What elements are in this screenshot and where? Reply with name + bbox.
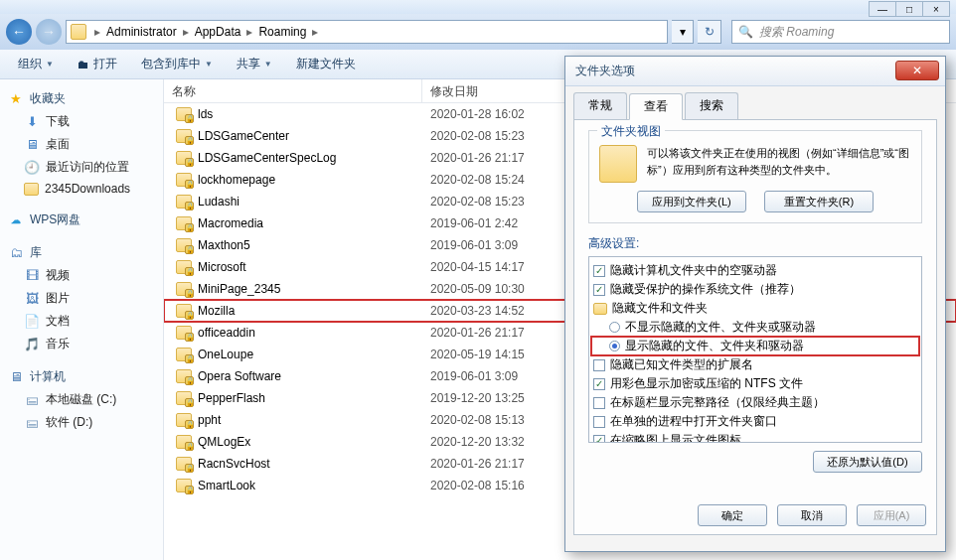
file-date: 2020-05-09 10:30 (422, 282, 581, 296)
drive-icon: 🖴 (24, 415, 40, 431)
tree-node-label: 在缩略图上显示文件图标 (610, 432, 741, 443)
file-date: 2019-06-01 3:09 (422, 238, 581, 252)
folder-icon: 🔒 (176, 457, 192, 471)
dialog-close-button[interactable]: ✕ (895, 61, 939, 80)
restore-defaults-button[interactable]: 还原为默认值(D) (813, 451, 922, 473)
win-close-button[interactable]: × (922, 1, 950, 17)
col-name-header[interactable]: 名称 (164, 79, 422, 102)
tree-node[interactable]: ✓用彩色显示加密或压缩的 NTFS 文件 (591, 374, 919, 393)
cancel-button[interactable]: 取消 (777, 504, 847, 526)
breadcrumb-sep: ▸ (92, 25, 102, 39)
sidebar-libraries[interactable]: 🗂库 (4, 241, 159, 264)
sidebar-item-videos[interactable]: 🎞视频 (4, 264, 159, 287)
breadcrumb-item[interactable]: AppData (191, 25, 245, 39)
file-name: lds (198, 107, 213, 121)
new-folder-button[interactable]: 新建文件夹 (286, 53, 366, 75)
tree-node-label: 在单独的进程中打开文件夹窗口 (610, 413, 777, 430)
sidebar-item-music[interactable]: 🎵音乐 (4, 333, 159, 355)
folder-icon: 🔒 (176, 129, 192, 143)
drive-icon: 🖴 (24, 392, 40, 408)
sidebar-computer[interactable]: 🖥计算机 (4, 365, 159, 388)
picture-icon: 🖼 (24, 291, 40, 307)
advanced-label: 高级设置: (588, 235, 922, 252)
breadcrumb-item[interactable]: Administrator (102, 25, 181, 39)
tab-view[interactable]: 查看 (629, 93, 683, 120)
search-input[interactable]: 🔍 搜索 Roaming (731, 20, 950, 44)
checkbox-icon: ✓ (593, 284, 605, 296)
tree-node[interactable]: 不显示隐藏的文件、文件夹或驱动器 (591, 318, 919, 337)
nav-forward-button[interactable]: → (36, 19, 62, 45)
checkbox-icon: ✓ (593, 378, 605, 390)
include-menu[interactable]: 包含到库中▼ (131, 53, 223, 75)
tree-node[interactable]: 在单独的进程中打开文件夹窗口 (591, 412, 919, 431)
file-date: 2020-01-28 16:02 (422, 107, 581, 121)
folder-view-desc: 可以将该文件夹正在使用的视图（例如“详细信息”或“图标”）应用到所有这种类型的文… (647, 145, 911, 178)
breadcrumb-sep: ▸ (181, 25, 191, 39)
nav-bar: ← → ▸ Administrator ▸ AppData ▸ Roaming … (0, 14, 956, 50)
open-button[interactable]: 🖿打开 (68, 53, 127, 75)
file-date: 2020-04-15 14:17 (422, 260, 581, 274)
file-date: 2020-05-19 14:15 (422, 348, 581, 361)
star-icon: ★ (8, 91, 24, 107)
win-max-button[interactable]: □ (895, 1, 923, 17)
sidebar-wps[interactable]: ☁WPS网盘 (4, 209, 159, 231)
file-name: officeaddin (198, 326, 255, 340)
folder-icon: 🔒 (176, 173, 192, 187)
tree-node[interactable]: 显示隐藏的文件、文件夹和驱动器 (591, 337, 919, 355)
sidebar-item-recent[interactable]: 🕘最近访问的位置 (4, 156, 159, 179)
tree-node[interactable]: ✓隐藏受保护的操作系统文件（推荐） (591, 280, 919, 299)
checkbox-icon (593, 416, 605, 428)
apply-button[interactable]: 应用(A) (857, 504, 926, 526)
share-menu[interactable]: 共享▼ (227, 53, 282, 75)
folder-view-group: 文件夹视图 可以将该文件夹正在使用的视图（例如“详细信息”或“图标”）应用到所有… (588, 130, 922, 223)
tab-search[interactable]: 搜索 (685, 92, 738, 119)
col-date-header[interactable]: 修改日期 (422, 79, 581, 102)
sidebar-item-documents[interactable]: 📄文档 (4, 310, 159, 333)
checkbox-icon (593, 397, 605, 409)
organize-menu[interactable]: 组织▼ (8, 53, 64, 75)
recent-icon: 🕘 (24, 160, 40, 176)
address-dropdown-button[interactable]: ▾ (672, 20, 694, 44)
sidebar-favorites[interactable]: ★收藏夹 (4, 87, 159, 110)
folder-icon (593, 303, 607, 315)
breadcrumb-item[interactable]: Roaming (254, 25, 310, 39)
sidebar-item-2345dl[interactable]: 2345Downloads (4, 179, 159, 199)
folder-icon (71, 24, 86, 40)
tree-node[interactable]: 隐藏已知文件类型的扩展名 (591, 355, 919, 374)
document-icon: 📄 (24, 314, 40, 330)
file-name: OneLoupe (198, 348, 253, 361)
sidebar-item-pictures[interactable]: 🖼图片 (4, 287, 159, 310)
breadcrumb-sep: ▸ (244, 25, 254, 39)
sidebar-item-drive-d[interactable]: 🖴软件 (D:) (4, 411, 159, 434)
sidebar-item-downloads[interactable]: ⬇下载 (4, 110, 159, 133)
sidebar-item-drive-c[interactable]: 🖴本地磁盘 (C:) (4, 388, 159, 411)
reset-folders-button[interactable]: 重置文件夹(R) (764, 191, 874, 212)
dialog-tabs: 常规 查看 搜索 (573, 92, 937, 120)
refresh-button[interactable]: ↻ (698, 20, 721, 44)
tree-node[interactable]: ✓在缩略图上显示文件图标 (591, 431, 919, 443)
address-bar[interactable]: ▸ Administrator ▸ AppData ▸ Roaming ▸ (66, 20, 668, 44)
win-min-button[interactable]: — (869, 1, 896, 17)
file-name: PepperFlash (198, 391, 265, 405)
tree-node[interactable]: 隐藏文件和文件夹 (591, 299, 919, 318)
tree-node[interactable]: ✓隐藏计算机文件夹中的空驱动器 (591, 261, 919, 280)
folder-icon: 🔒 (176, 435, 192, 449)
folder-icon: 🔒 (176, 238, 192, 252)
folder-icon: 🔒 (176, 391, 192, 405)
tree-node-label: 隐藏已知文件类型的扩展名 (610, 356, 753, 373)
folder-icon: 🔒 (176, 260, 192, 274)
tab-general[interactable]: 常规 (573, 92, 627, 119)
breadcrumb-sep: ▸ (310, 25, 320, 39)
tree-node[interactable]: 在标题栏显示完整路径（仅限经典主题） (591, 393, 919, 412)
radio-icon (609, 322, 620, 333)
tree-node-label: 显示隐藏的文件、文件夹和驱动器 (625, 338, 804, 354)
dialog-title: 文件夹选项 (565, 57, 945, 86)
file-name: RacnSvcHost (198, 457, 270, 471)
sidebar-item-desktop[interactable]: 🖥桌面 (4, 133, 159, 156)
folder-icon: 🔒 (176, 216, 192, 230)
apply-to-folders-button[interactable]: 应用到文件夹(L) (637, 191, 746, 212)
advanced-settings-tree[interactable]: ✓隐藏计算机文件夹中的空驱动器✓隐藏受保护的操作系统文件（推荐）隐藏文件和文件夹… (588, 256, 922, 443)
nav-back-button[interactable]: ← (6, 19, 32, 45)
file-name: LDSGameCenter (198, 129, 289, 143)
ok-button[interactable]: 确定 (698, 504, 767, 526)
